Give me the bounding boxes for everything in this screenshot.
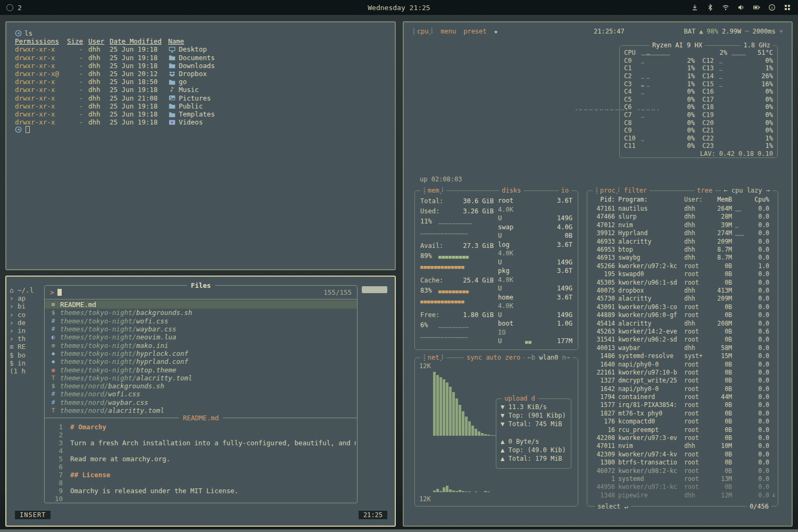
process-row[interactable]: 40075dropboxdhh413M0.0 — [592, 286, 774, 294]
picker-item[interactable]: #themes/nord/waybar.css — [45, 398, 357, 406]
process-row[interactable]: 46072kworker/u98:2-kcroot0B0.0 — [592, 467, 774, 475]
process-row[interactable]: 47011nvimdhh10M0.0 — [592, 442, 774, 450]
proc-filter-button[interactable]: filter — [624, 187, 647, 194]
process-row[interactable]: 40013waybardhh58M0.0 — [592, 344, 774, 352]
process-row[interactable]: 1348pipewiredhh12M0.0 — [592, 491, 774, 499]
terminal-cursor[interactable] — [26, 126, 30, 133]
picker-item[interactable]: #themes/tokyo-night/waybar.css — [45, 325, 357, 333]
proc-tree-button[interactable]: tree — [694, 187, 715, 194]
info-icon[interactable] — [768, 3, 776, 12]
tree-item[interactable]: ⌂ ~/.l — [10, 286, 45, 294]
process-row[interactable]: 47466slurpdhh28M0.0 — [592, 213, 774, 221]
process-row[interactable]: 1794containerdroot44M0.0 — [592, 393, 774, 401]
ls-table-header: PermissionsSizeUserDate ModifiedName — [15, 37, 386, 45]
workspace-icon[interactable] — [6, 4, 13, 11]
interval-increase-button[interactable]: + — [779, 28, 783, 35]
process-row[interactable]: 45414alacrittydhh208M0.0 — [592, 319, 774, 327]
process-row[interactable]: 44956kworker/u97:1-kcroot0B0.0 — [592, 483, 774, 491]
picker-item[interactable]: ◆themes/tokyo-night/hyprlock.conf — [45, 350, 357, 358]
interval-decrease-button[interactable]: ─ — [745, 28, 749, 35]
process-row[interactable]: 45263kworker/14:2-everoot0B0.6 — [592, 327, 774, 335]
net-sync-button[interactable]: sync — [467, 354, 482, 361]
process-row[interactable]: 1486systemd-resolvesyst+15M0.0 — [592, 352, 774, 360]
process-row[interactable]: 42208kworker/u97:3-evroot0B0.0 — [592, 434, 774, 442]
tree-item[interactable]: › ap — [10, 294, 45, 302]
menu-button[interactable]: menu — [440, 28, 456, 35]
workspace-number[interactable]: 2 — [18, 4, 22, 12]
process-row[interactable]: 39912Hyprlanddhh274M▁▁▁0.0 — [592, 229, 774, 237]
process-row[interactable]: 1642napi/phy0-0root0B0.0 — [592, 385, 774, 393]
process-row[interactable]: 195kswapd0root0B0.0 — [592, 270, 774, 278]
picker-item[interactable]: #themes/tokyo-night/wofi.css — [45, 317, 357, 325]
process-row[interactable]: 42309kworker/u97:4-kvroot0B0.0 — [592, 450, 774, 458]
picker-item[interactable]: $themes/tokyo-night/backgrounds.sh — [45, 309, 357, 317]
proc-sort-selector[interactable]: ← cpu lazy → — [721, 187, 772, 194]
wifi-icon[interactable] — [721, 3, 730, 12]
btop-window[interactable]: ⡇cpu⡸ menu preset ★ 21:25:47 BAT▲ 98% 2.… — [403, 21, 793, 527]
process-row[interactable]: 46953btopdhh8.7M0.0 — [592, 245, 774, 253]
scroll-indicator[interactable] — [362, 286, 387, 293]
bluetooth-icon[interactable] — [706, 3, 714, 12]
proc-select-hint[interactable]: select ↵ — [595, 503, 631, 510]
process-row[interactable]: 44889kworker/u96:0-gfroot0B0.0 — [592, 311, 774, 319]
tree-item[interactable]: › co — [10, 311, 45, 319]
process-row[interactable]: 45305kworker/u96:1-sdroot0B0.0 — [592, 278, 774, 286]
picker-item[interactable]: Tthemes/nord/alacritty.toml — [45, 406, 357, 414]
process-row[interactable]: 1577irq/81-PIXA3854:root0B0.0 — [592, 401, 774, 409]
process-row[interactable]: 47161nautilusdhh264M▁▁0.0 — [592, 204, 774, 212]
monitor-icon — [168, 46, 176, 53]
terminal-window-ls[interactable]: ls PermissionsSizeUserDate ModifiedName … — [5, 21, 396, 270]
picker-item[interactable]: $themes/nord/backgrounds.sh — [45, 382, 357, 390]
tree-item[interactable]: › bi — [10, 302, 45, 310]
process-row[interactable]: 16rcu_preemptroot0B0.0 — [592, 426, 774, 434]
tree-item[interactable]: › de — [10, 319, 45, 327]
process-row[interactable]: 47012nvimdhh39M▁0.0 — [592, 221, 774, 229]
process-row[interactable]: 1827mt76-tx phy0root0B0.0 — [592, 409, 774, 417]
disk-line: U149G — [498, 284, 572, 293]
tree-item[interactable]: › in — [10, 327, 45, 335]
net-zero-button[interactable]: zero — [505, 354, 520, 361]
scroll-down-icon[interactable]: ↓ — [772, 491, 776, 498]
tree-item[interactable]: $ bo — [10, 351, 45, 359]
picker-item[interactable]: ◉themes/tokyo-night/btop.theme — [45, 365, 357, 373]
tree-item[interactable]: $ in — [10, 359, 45, 367]
process-row[interactable]: 1327dmcrypt_write/25root0B0.0 — [592, 377, 774, 385]
process-row[interactable]: 31541kworker/u96:2-sdroot0B0.0 — [592, 336, 774, 344]
battery-icon[interactable] — [752, 3, 761, 12]
net-auto-button[interactable]: auto — [486, 354, 501, 361]
process-row[interactable]: 22161kworker/u97:10-broot0B0.0 — [592, 368, 774, 376]
disks-title[interactable]: disks — [499, 187, 523, 194]
tab-cpu[interactable]: cpu — [417, 28, 429, 35]
process-row[interactable]: 45730alacrittydhh209M0.0 — [592, 295, 774, 303]
ls-column-header: Permissions — [15, 37, 61, 45]
disk-line: swap4.0G — [498, 223, 572, 232]
apps-icon[interactable] — [783, 3, 792, 12]
preset-button[interactable]: preset — [463, 28, 486, 35]
process-row[interactable]: 176kcompactd0root0B0.0 — [592, 418, 774, 426]
process-row[interactable]: 43091kworker/u96:3-coroot0B0.0 — [592, 303, 774, 311]
picker-item[interactable]: ◆themes/tokyo-night/hyprland.conf — [45, 358, 357, 365]
process-row[interactable]: 1640napi/phy0-0root0B0.0 — [592, 360, 774, 368]
tree-item[interactable]: › th — [10, 335, 45, 343]
prompt-line-new[interactable] — [15, 126, 386, 133]
tree-item[interactable]: ≡ RE — [10, 343, 45, 351]
folder-icon — [168, 78, 176, 85]
css-icon: # — [49, 326, 57, 332]
process-row[interactable]: 1380btrfs-transactioroot0B0.0 — [592, 459, 774, 467]
process-row[interactable]: 45266kworker/u97:2-kcroot0B1.0 — [592, 262, 774, 270]
net-prev-interface-button[interactable]: ←b — [528, 354, 535, 361]
process-row[interactable]: 1systemdroot13M0.0 — [592, 475, 774, 483]
picker-item[interactable]: ⚙themes/tokyo-night/mako.ini — [45, 341, 357, 349]
picker-item[interactable]: Tthemes/tokyo-night/alacritty.toml — [45, 374, 357, 382]
neovim-window[interactable]: ⌂ ~/.l› ap› bi› co› de› in› th≡ RE$ bo$ … — [5, 276, 396, 527]
io-title[interactable]: io — [559, 187, 571, 194]
picker-item[interactable]: ≡README.md — [45, 301, 357, 309]
process-row[interactable]: 46913swaybgdhh8.7M0.0 — [592, 254, 774, 262]
picker-item[interactable]: ◐themes/tokyo-night/neovim.lua — [45, 333, 357, 341]
process-row[interactable]: 46933alacrittydhh209M0.0 — [592, 237, 774, 245]
download-tray-icon[interactable] — [691, 3, 699, 12]
tree-item[interactable]: (1 h — [10, 367, 45, 375]
volume-icon[interactable] — [737, 3, 745, 12]
picker-item[interactable]: #themes/nord/wofi.css — [45, 390, 357, 398]
net-next-interface-button[interactable]: n→ — [562, 354, 570, 361]
